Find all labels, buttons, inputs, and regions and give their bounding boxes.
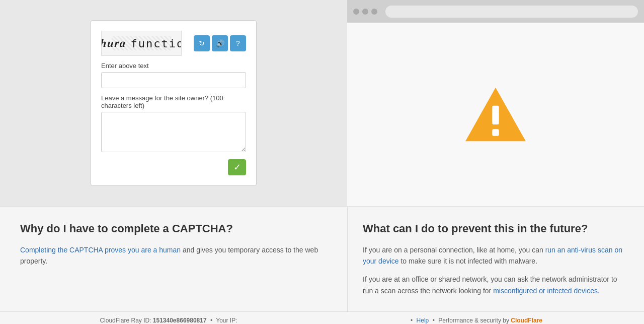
prevent-title: What can I do to prevent this in the fut… [363,222,629,236]
right-panel [347,0,644,206]
your-ip-label: Your IP: [216,317,237,324]
bottom-left: Why do I have to complete a CAPTCHA? Com… [0,207,347,311]
captcha-box: mhura function ↻ 🔊 ? Enter above text Le… [91,20,257,186]
browser-chrome [347,0,644,23]
captcha-buttons: ↻ 🔊 ? [194,35,246,51]
ray-id-value: 151340e866980817 [153,317,207,324]
browser-dot-1 [353,9,359,15]
warning-icon [460,84,531,145]
enter-text-label: Enter above text [101,62,246,70]
captcha-word-1: mhura [101,37,127,50]
prevent-text: If you are on a personal connection, lik… [363,244,629,297]
browser-address-bar [385,6,638,18]
footer: CloudFlare Ray ID: 151340e866980817 • Yo… [0,311,644,324]
footer-left: CloudFlare Ray ID: 151340e866980817 • Yo… [20,317,317,324]
footer-bullet-2: • [411,317,413,324]
browser-dot-3 [371,9,377,15]
browser-dot-2 [362,9,368,15]
prevent-para1: If you are on a personal connection, lik… [363,244,629,267]
captcha-text-input[interactable] [101,72,246,88]
captcha-image: mhura function [101,31,182,56]
audio-button[interactable]: 🔊 [212,35,228,51]
captcha-word-2: function [131,37,182,50]
cloudflare-link[interactable]: CloudFlare [511,317,542,324]
prevent-para1-end: to make sure it is not infected with mal… [400,257,537,265]
prevent-para1-start: If you are on a personal connection, lik… [363,246,545,254]
ray-id-label: CloudFlare Ray ID: [100,317,151,324]
message-label: Leave a message for the site owner? (100… [101,94,246,109]
submit-button[interactable]: ✓ [228,159,246,175]
prevent-para2: If you are at an office or shared networ… [363,274,629,296]
bottom-right: What can I do to prevent this in the fut… [347,207,644,311]
help-link[interactable]: Help [417,317,429,324]
captcha-why-text: Completing the CAPTCHA proves you are a … [20,244,327,267]
svg-rect-2 [492,129,499,136]
performance-label: Performance & security by [438,317,509,324]
misconfigured-link[interactable]: misconfigured or infected devices [493,287,598,295]
bottom-section: Why do I have to complete a CAPTCHA? Com… [0,206,644,311]
svg-rect-1 [492,106,499,124]
help-captcha-button[interactable]: ? [230,35,246,51]
submit-row: ✓ [101,159,246,175]
refresh-button[interactable]: ↻ [194,35,210,51]
captcha-header: mhura function ↻ 🔊 ? [101,31,246,56]
footer-bullet-3: • [433,317,435,324]
footer-bullet-1: • [210,317,212,324]
footer-right: • Help • Performance & security by Cloud… [327,317,624,324]
captcha-text-link[interactable]: Completing the CAPTCHA proves you are a … [20,246,181,254]
captcha-panel: mhura function ↻ 🔊 ? Enter above text Le… [0,0,347,206]
message-textarea[interactable] [101,112,246,152]
captcha-why-title: Why do I have to complete a CAPTCHA? [20,222,327,236]
browser-content [347,23,644,206]
